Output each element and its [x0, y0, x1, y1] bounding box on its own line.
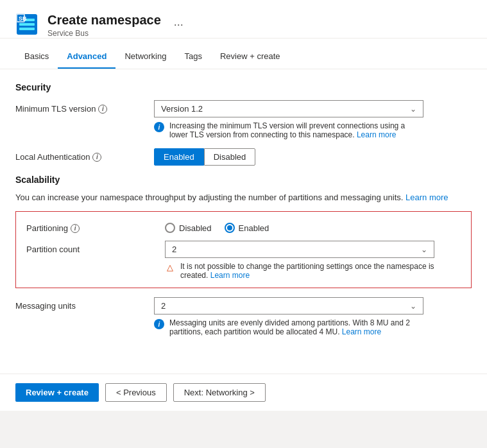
partition-count-select[interactable]: 2 ⌄ [165, 241, 434, 258]
messaging-units-select[interactable]: 2 ⌄ [154, 297, 423, 314]
partition-count-label: Partition count [26, 241, 155, 254]
partitioning-bordered-section: Partitioning i Disabled Enabled [15, 211, 472, 288]
partition-learn-more-link[interactable]: Learn more [210, 271, 250, 280]
security-title: Security [15, 82, 472, 92]
svg-rect-2 [19, 23, 35, 26]
tabs-bar: Basics Advanced Networking Tags Review +… [0, 45, 487, 69]
tls-info-circle-icon: i [154, 122, 164, 132]
partitioning-radio-group: Disabled Enabled [165, 220, 461, 233]
tab-tags[interactable]: Tags [175, 45, 210, 69]
partition-warning-box: △ It is not possible to change the parti… [165, 262, 434, 280]
tls-control: Version 1.2 ⌄ i Increasing the minimum T… [154, 100, 472, 139]
auth-row: Local Authentication i Enabled Disabled [15, 148, 472, 166]
scalability-description: You can increase your namespace throughp… [15, 193, 472, 202]
tls-select[interactable]: Version 1.2 ⌄ [154, 100, 423, 117]
partitioning-label: Partitioning i [26, 220, 155, 233]
tls-learn-more-link[interactable]: Learn more [357, 130, 396, 139]
partitioning-control: Disabled Enabled [165, 220, 461, 233]
tab-basics[interactable]: Basics [15, 45, 58, 69]
partition-warning-icon: △ [165, 262, 175, 272]
partitioning-enabled-radio[interactable]: Enabled [225, 223, 269, 233]
scalability-learn-more-link[interactable]: Learn more [406, 193, 448, 202]
svg-rect-3 [19, 28, 35, 30]
svg-text:SB: SB [19, 15, 27, 22]
partitioning-info-icon[interactable]: i [71, 224, 80, 233]
tls-info-box: i Increasing the minimum TLS version wil… [154, 121, 423, 139]
next-button[interactable]: Next: Networking > [173, 383, 266, 402]
messaging-units-control: 2 ⌄ i Messaging units are evenly divided… [154, 297, 472, 336]
partition-count-chevron-icon: ⌄ [421, 245, 427, 254]
page-title: Create namespace [47, 12, 161, 28]
messaging-learn-more-link[interactable]: Learn more [342, 327, 381, 336]
partitioning-disabled-circle [165, 223, 175, 233]
ellipsis-button[interactable]: ... [174, 15, 184, 29]
auth-info-icon[interactable]: i [92, 153, 101, 162]
messaging-units-label: Messaging units [15, 297, 144, 311]
messaging-units-row: Messaging units 2 ⌄ i Messaging units ar… [15, 297, 472, 336]
tls-label: Minimum TLS version i [15, 100, 144, 114]
header: SB Create namespace Service Bus ... [0, 0, 487, 39]
tls-select-value: Version 1.2 [161, 104, 203, 114]
tab-networking[interactable]: Networking [115, 45, 175, 69]
page-subtitle: Service Bus [47, 29, 161, 38]
messaging-info-circle-icon: i [154, 319, 164, 329]
partitioning-enabled-label: Enabled [239, 223, 269, 233]
main-card: SB Create namespace Service Bus ... Basi… [0, 0, 487, 411]
partition-count-row: Partition count 2 ⌄ △ It is not possible… [26, 241, 461, 280]
tls-chevron-icon: ⌄ [410, 105, 416, 114]
page-wrapper: SB Create namespace Service Bus ... Basi… [0, 0, 487, 448]
partitioning-enabled-circle [225, 223, 235, 233]
partitioning-row: Partitioning i Disabled Enabled [26, 220, 461, 233]
scalability-title: Scalability [15, 175, 472, 185]
header-text: Create namespace Service Bus [47, 12, 161, 38]
messaging-info-box: i Messaging units are evenly divided amo… [154, 318, 423, 336]
review-create-button[interactable]: Review + create [15, 383, 99, 402]
tls-row: Minimum TLS version i Version 1.2 ⌄ i In… [15, 100, 472, 139]
auth-enabled-btn[interactable]: Enabled [154, 148, 204, 166]
tab-review-create[interactable]: Review + create [211, 45, 289, 69]
messaging-units-value: 2 [161, 301, 166, 311]
service-bus-icon: SB [15, 13, 38, 36]
auth-control: Enabled Disabled [154, 148, 472, 166]
tab-advanced[interactable]: Advanced [58, 45, 115, 69]
partition-count-value: 2 [172, 245, 176, 254]
bottom-bar: Review + create < Previous Next: Network… [0, 374, 487, 411]
auth-toggle-group: Enabled Disabled [154, 148, 472, 166]
auth-label: Local Authentication i [15, 148, 144, 162]
content-area: Security Minimum TLS version i Version 1… [0, 69, 487, 403]
partitioning-disabled-label: Disabled [179, 223, 212, 233]
partition-count-control: 2 ⌄ △ It is not possible to change the p… [165, 241, 461, 280]
messaging-units-chevron-icon: ⌄ [410, 302, 416, 311]
partitioning-disabled-radio[interactable]: Disabled [165, 223, 212, 233]
previous-button[interactable]: < Previous [105, 383, 167, 402]
auth-disabled-btn[interactable]: Disabled [204, 148, 256, 166]
tls-info-icon[interactable]: i [98, 105, 107, 114]
